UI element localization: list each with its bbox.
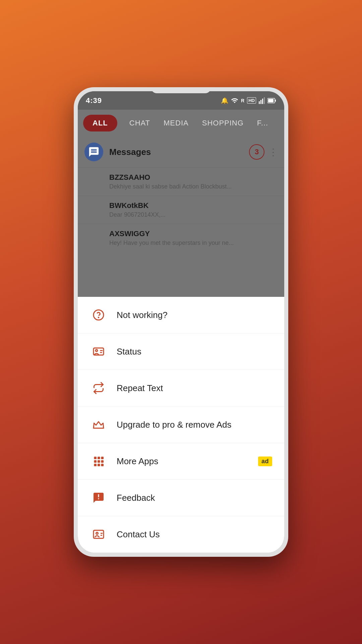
- message-item-2[interactable]: BWKotkBK Dear 90672014XX,...: [78, 196, 284, 224]
- grid-icon: [90, 452, 107, 470]
- svg-rect-2: [262, 99, 263, 104]
- tab-shopping[interactable]: SHOPPING: [195, 115, 250, 131]
- svg-rect-20: [98, 464, 100, 467]
- menu-item-feedback[interactable]: Feedback: [78, 480, 284, 516]
- menu-label-status: Status: [117, 346, 272, 357]
- phone-notch: [151, 87, 211, 93]
- messages-section: Messages 3 ⋮ BZZSAAHO Dekhiye saal ki sa…: [78, 137, 284, 297]
- message-item-3[interactable]: AXSWIGGY Hey! Have you met the superstar…: [78, 224, 284, 252]
- svg-rect-19: [94, 464, 97, 467]
- svg-rect-17: [98, 460, 100, 463]
- tab-more[interactable]: F...: [250, 115, 275, 131]
- menu-item-contact-us[interactable]: Contact Us: [78, 516, 284, 553]
- menu-label-feedback: Feedback: [117, 493, 272, 503]
- svg-point-10: [96, 350, 98, 352]
- status-icons: 🔔 R HD: [221, 97, 276, 104]
- menu-item-upgrade[interactable]: Upgrade to pro & remove Ads: [78, 407, 284, 443]
- svg-rect-14: [98, 457, 100, 460]
- tab-chat[interactable]: CHAT: [123, 115, 157, 131]
- svg-rect-6: [268, 99, 274, 102]
- hd-badge: HD: [247, 97, 256, 104]
- menu-item-not-working[interactable]: Not working?: [78, 297, 284, 333]
- svg-rect-0: [259, 101, 260, 104]
- messages-title: Messages: [109, 147, 249, 157]
- status-time: 4:39: [86, 96, 102, 105]
- menu-label-more-apps: More Apps: [117, 456, 258, 467]
- menu-item-repeat-text[interactable]: Repeat Text: [78, 370, 284, 407]
- menu-label-contact-us: Contact Us: [117, 529, 272, 540]
- menu-label-not-working: Not working?: [117, 310, 272, 320]
- svg-rect-13: [94, 457, 97, 460]
- signal-r-icon: R: [241, 98, 244, 103]
- svg-rect-15: [101, 457, 104, 460]
- tab-bar: ALL CHAT MEDIA SHOPPING F...: [78, 110, 284, 137]
- signal-bars-icon: [259, 97, 265, 104]
- messages-more-icon[interactable]: ⋮: [268, 147, 278, 158]
- question-circle-icon: [90, 306, 107, 324]
- message-sender-1: BZZSAAHO: [109, 173, 278, 182]
- message-sender-3: AXSWIGGY: [109, 229, 278, 238]
- contact-icon: [90, 526, 107, 543]
- phone-frame: 4:39 🔔 R HD: [74, 87, 288, 557]
- svg-rect-16: [94, 460, 97, 463]
- menu-label-upgrade: Upgrade to pro & remove Ads: [117, 420, 272, 430]
- message-item-1[interactable]: BZZSAAHO Dekhiye saal ki sabse badi Acti…: [78, 167, 284, 196]
- message-preview-2: Dear 90672014XX,...: [109, 211, 278, 218]
- bottom-sheet: Not working? Status: [78, 297, 284, 553]
- svg-point-23: [96, 532, 98, 534]
- notification-icon: 🔔: [221, 97, 228, 104]
- ad-badge: ad: [258, 457, 272, 466]
- svg-rect-3: [264, 97, 265, 104]
- phone-screen: 4:39 🔔 R HD: [78, 91, 284, 553]
- svg-rect-5: [275, 100, 276, 102]
- message-sender-2: BWKotkBK: [109, 201, 278, 210]
- messages-badge: 3: [249, 144, 264, 160]
- status-bar: 4:39 🔔 R HD: [78, 91, 284, 110]
- wifi-icon: [231, 97, 238, 104]
- tab-all[interactable]: ALL: [83, 115, 117, 131]
- message-preview-3: Hey! Have you met the superstars in your…: [109, 239, 278, 247]
- messages-header: Messages 3 ⋮: [78, 137, 284, 167]
- menu-label-repeat-text: Repeat Text: [117, 383, 272, 393]
- battery-icon: [267, 98, 276, 104]
- menu-item-more-apps[interactable]: More Apps ad: [78, 443, 284, 480]
- svg-rect-18: [101, 460, 104, 463]
- message-preview-1: Dekhiye saal ki sabse badi Action Blockb…: [109, 183, 278, 190]
- svg-rect-21: [101, 464, 104, 467]
- tab-media[interactable]: MEDIA: [157, 115, 195, 131]
- feedback-icon: [90, 489, 107, 506]
- repeat-icon: [90, 379, 107, 397]
- messages-app-icon: [84, 143, 103, 161]
- svg-rect-1: [260, 100, 261, 104]
- crown-icon: [90, 416, 107, 433]
- person-card-icon: [90, 343, 107, 360]
- menu-item-status[interactable]: Status: [78, 333, 284, 370]
